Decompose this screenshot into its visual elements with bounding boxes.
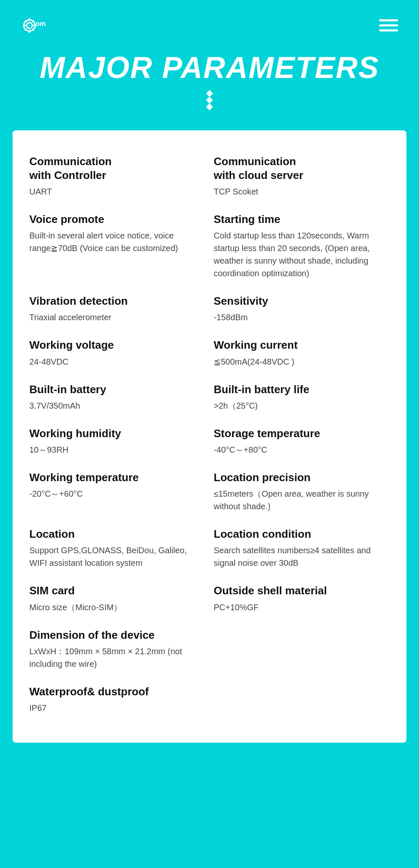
param-shell-material: Outside shell material PC+10%GF (210, 577, 394, 621)
param-label: Communicationwith cloud server (214, 155, 385, 182)
param-location-condition: Location condition Search satellites num… (210, 520, 394, 577)
param-value: -20°C～+60°C (29, 487, 201, 500)
param-vibration: Vibration detection Triaxial acceleromet… (25, 287, 210, 331)
param-label: Working current (214, 339, 385, 352)
diamond-decoration (0, 91, 419, 109)
param-value: -40°C～+80°C (214, 443, 385, 456)
param-comm-cloud: Communicationwith cloud server TCP Scoke… (210, 147, 394, 205)
param-label: Dimension of the device (29, 629, 201, 642)
svg-point-1 (27, 23, 33, 29)
param-value: Built-in several alert voice notice, voi… (29, 229, 201, 254)
title-section: MAJOR PARAMETERS (0, 46, 419, 122)
diamond-3 (206, 104, 213, 111)
hamburger-line-2 (379, 24, 398, 26)
param-label: Working humidity (29, 427, 201, 440)
param-starting-time: Starting time Cold startup less than 120… (210, 205, 394, 287)
param-value: PC+10%GF (214, 601, 385, 614)
param-label: Location (29, 528, 201, 541)
svg-text:omni: omni (36, 20, 47, 27)
param-working-voltage: Working voltage 24-48VDC (25, 331, 210, 375)
param-label: Sensitivity (214, 295, 385, 308)
param-waterproof: Waterproof& dustproof IP67 (25, 678, 210, 722)
param-value: 10～93RH (29, 443, 201, 456)
param-working-humidity: Working humidity 10～93RH (25, 420, 210, 464)
param-comm-controller: Communicationwith Controller UART (25, 147, 210, 205)
param-label: Working voltage (29, 339, 201, 352)
logo: omni ® (21, 13, 46, 38)
param-location: Location Support GPS,GLONASS, BeiDou, Ga… (25, 520, 210, 577)
param-label: Starting time (214, 213, 385, 226)
param-value: >2h（25°C) (214, 399, 385, 412)
header: omni ® (0, 0, 419, 46)
param-value: TCP Scoket (214, 185, 385, 198)
param-sim-card: SIM card Micro size（Micro-SIM） (25, 577, 210, 621)
omni-logo-icon: omni ® (21, 13, 46, 38)
param-value: Triaxial accelerometer (29, 311, 201, 324)
param-value: -158dBm (214, 311, 385, 324)
param-empty-2 (210, 678, 394, 722)
param-value: Support GPS,GLONASS, BeiDou, Galileo, WI… (29, 544, 201, 569)
param-value: ≦500mA(24-48VDC ) (214, 355, 385, 368)
param-label: Communicationwith Controller (29, 155, 201, 182)
hamburger-line-3 (379, 29, 398, 31)
param-storage-temp: Storage temperature -40°C～+80°C (210, 420, 394, 464)
param-label: Vibration detection (29, 295, 201, 308)
diamond-1 (206, 90, 213, 97)
content-card: Communicationwith Controller UART Commun… (13, 130, 406, 743)
param-voice-promote: Voice promote Built-in several alert voi… (25, 205, 210, 287)
param-value: Cold startup less than 120seconds, Warm … (214, 229, 385, 280)
param-value: 3.7V/350mAh (29, 399, 201, 412)
hamburger-line-1 (379, 19, 398, 21)
param-label: Waterproof& dustproof (29, 685, 201, 698)
param-empty-1 (210, 621, 394, 678)
param-value: ≤15meters（Open area, weather is sunny wi… (214, 487, 385, 513)
param-label: Working temperature (29, 471, 201, 484)
page-title: MAJOR PARAMETERS (0, 50, 419, 85)
hamburger-menu[interactable] (379, 19, 398, 31)
param-label: Storage temperature (214, 427, 385, 440)
param-dimension: Dimension of the device LxWxH：109mm × 58… (25, 621, 210, 678)
param-battery-life: Built-in battery life >2h（25°C) (210, 376, 394, 420)
param-label: Built-in battery life (214, 383, 385, 396)
param-value: UART (29, 185, 201, 198)
params-grid: Communicationwith Controller UART Commun… (25, 147, 394, 722)
param-value: LxWxH：109mm × 58mm × 21.2mm (not includi… (29, 645, 201, 670)
param-working-current: Working current ≦500mA(24-48VDC ) (210, 331, 394, 375)
param-value: IP67 (29, 702, 201, 714)
param-value: 24-48VDC (29, 355, 201, 368)
param-label: Voice promote (29, 213, 201, 226)
param-location-precision: Location precision ≤15meters（Open area, … (210, 464, 394, 520)
param-label: Location precision (214, 471, 385, 484)
param-label: Location condition (214, 528, 385, 541)
param-label: Outside shell material (214, 584, 385, 597)
param-label: Built-in battery (29, 383, 201, 396)
diamond-2 (206, 97, 213, 104)
param-sensitivity: Sensitivity -158dBm (210, 287, 394, 331)
param-label: SIM card (29, 584, 201, 597)
param-working-temp: Working temperature -20°C～+60°C (25, 464, 210, 520)
param-builtin-battery: Built-in battery 3.7V/350mAh (25, 376, 210, 420)
param-value: Search satellites numbers≥4 satellites a… (214, 544, 385, 569)
param-value: Micro size（Micro-SIM） (29, 601, 201, 614)
